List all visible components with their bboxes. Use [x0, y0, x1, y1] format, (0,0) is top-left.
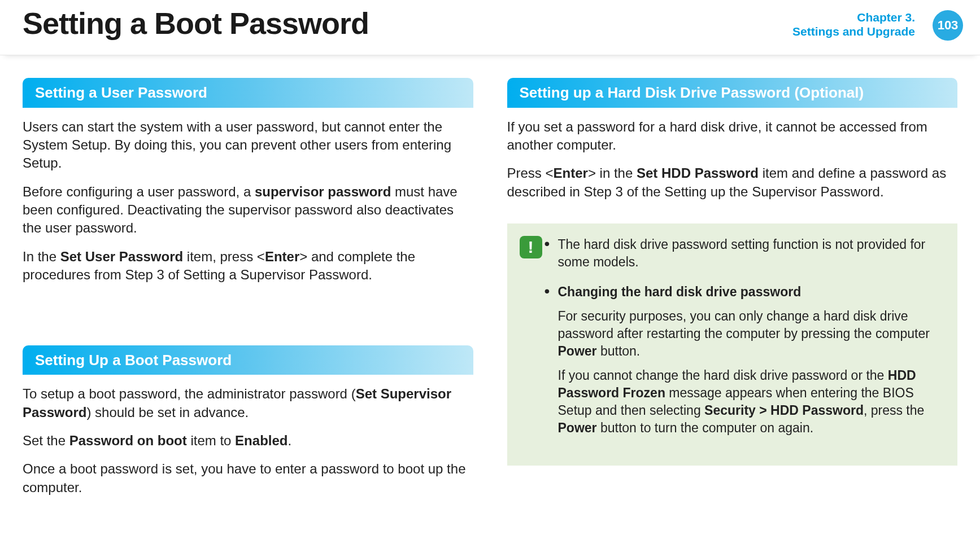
text-bold: Password on boot	[69, 433, 187, 448]
text-bold: Enter	[554, 165, 588, 181]
alert-icon: !	[520, 236, 542, 258]
text: Before configuring a user password, a	[23, 184, 255, 199]
paragraph: If you set a password for a hard disk dr…	[507, 118, 958, 155]
text: .	[288, 433, 291, 448]
note-bullet: • The hard disk drive password setting f…	[558, 236, 942, 271]
text-bold: supervisor password	[255, 184, 391, 199]
chapter-line-2: Settings and Upgrade	[792, 24, 915, 38]
paragraph: Set the Password on boot item to Enabled…	[23, 432, 473, 450]
paragraph: To setup a boot password, the administra…	[23, 385, 473, 422]
note-text: The hard disk drive password setting fun…	[558, 237, 926, 269]
text-bold: Security > HDD Password	[704, 403, 864, 418]
text: > in the	[588, 165, 637, 181]
content-columns: Setting a User Password Users can start …	[0, 55, 980, 507]
text: item to	[187, 433, 235, 448]
text: button to turn the computer on again.	[597, 420, 814, 435]
note-paragraph: For security purposes, you can only chan…	[558, 308, 942, 360]
note-subtitle: Changing the hard disk drive password	[558, 284, 802, 299]
text: ) should be set in advance.	[86, 405, 249, 420]
chapter-line-1: Chapter 3.	[792, 10, 915, 24]
text: To setup a boot password, the administra…	[23, 386, 356, 401]
paragraph: Before configuring a user password, a su…	[23, 183, 473, 238]
text-bold: Set User Password	[60, 249, 183, 264]
section-title-hdd-password: Setting up a Hard Disk Drive Password (O…	[507, 78, 958, 108]
page-number-badge: 103	[933, 10, 963, 41]
text: button.	[597, 344, 641, 358]
text: For security purposes, you can only chan…	[558, 309, 930, 341]
right-column: Setting up a Hard Disk Drive Password (O…	[507, 78, 958, 507]
paragraph: Once a boot password is set, you have to…	[23, 460, 473, 497]
left-column: Setting a User Password Users can start …	[23, 78, 473, 507]
paragraph: In the Set User Password item, press <En…	[23, 248, 473, 284]
paragraph: Users can start the system with a user p…	[23, 118, 473, 173]
chapter-label: Chapter 3. Settings and Upgrade	[792, 10, 915, 38]
text-bold: Set HDD Password	[637, 165, 759, 181]
note-bullet: • Changing the hard disk drive password …	[558, 283, 942, 437]
text-bold: Power	[558, 344, 597, 358]
section-title-boot-password: Setting Up a Boot Password	[23, 345, 473, 375]
note-box: ! • The hard disk drive password setting…	[507, 223, 958, 465]
text: Set the	[23, 433, 69, 448]
text: , press the	[864, 403, 924, 418]
text: In the	[23, 249, 60, 264]
section-title-user-password: Setting a User Password	[23, 78, 473, 108]
page-header: Setting a Boot Password Chapter 3. Setti…	[0, 0, 980, 55]
text: If you cannot change the hard disk drive…	[558, 368, 888, 383]
bullet-icon: •	[545, 236, 558, 252]
note-paragraph: If you cannot change the hard disk drive…	[558, 367, 942, 437]
paragraph: Press <Enter> in the Set HDD Password it…	[507, 164, 958, 201]
spacer	[23, 295, 473, 345]
text: item, press <	[183, 249, 265, 264]
text-bold: Enter	[265, 249, 299, 264]
text-bold: Power	[558, 420, 597, 435]
text-bold: Enabled	[235, 433, 288, 448]
bullet-icon: •	[545, 283, 558, 299]
text: Press <	[507, 165, 554, 181]
